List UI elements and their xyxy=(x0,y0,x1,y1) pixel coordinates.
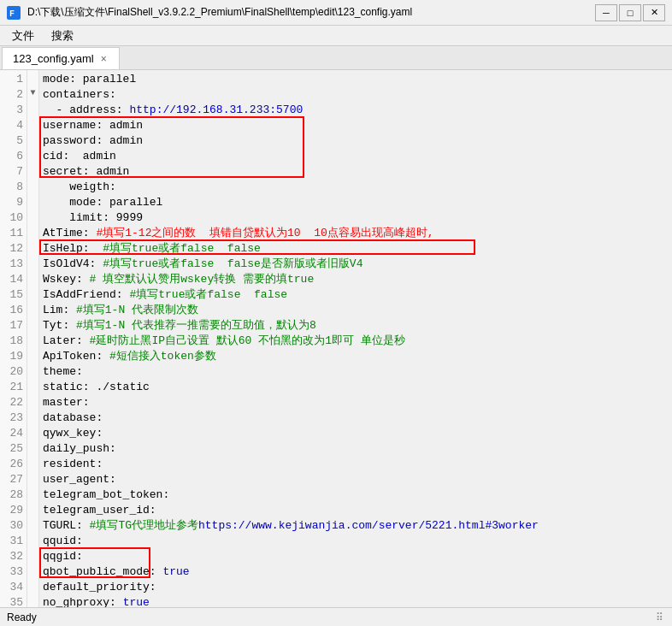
code-line: theme: xyxy=(43,364,669,380)
code-line: qbot_public_mode: true xyxy=(43,564,669,580)
tab-file[interactable]: 123_config.yaml × xyxy=(2,47,120,69)
code-line: IsOldV4: #填写true或者false false是否新版或者旧版V4 xyxy=(43,257,669,272)
code-line: ApiToken: #短信接入token参数 xyxy=(43,349,669,364)
code-line: IsHelp: #填写true或者false false xyxy=(43,241,669,257)
close-button[interactable]: ✕ xyxy=(643,4,665,21)
code-line: Wskey: # 填空默认认赞用wskey转换 需要的填true xyxy=(43,272,669,287)
code-line: telegram_bot_token: xyxy=(43,487,669,503)
code-line: weigth: xyxy=(43,180,669,195)
app-icon: F xyxy=(7,6,21,20)
code-line: TGURL: #填写TG代理地址参考https://www.kejiwanjia… xyxy=(43,518,669,534)
title-bar-left: F D:\下载\压缩文件\FinalShell_v3.9.2.2_Premium… xyxy=(7,5,412,20)
code-line: Lim: #填写1-N 代表限制次数 xyxy=(43,303,669,318)
code-line: Later: #延时防止黑IP自己设置 默认60 不怕黑的改为1即可 单位是秒 xyxy=(43,334,669,349)
code-line: cid: admin xyxy=(43,149,669,164)
status-text: Ready xyxy=(7,611,37,623)
code-line: qywx_key: xyxy=(43,426,669,441)
code-line: database: xyxy=(43,410,669,426)
code-line: - address: http://192.168.31.233:5700 xyxy=(43,103,669,118)
code-line: containers: xyxy=(43,87,669,103)
svg-text:F: F xyxy=(9,9,15,19)
title-text: D:\下载\压缩文件\FinalShell_v3.9.2.2_Premium\F… xyxy=(27,5,412,20)
code-line: username: admin xyxy=(43,118,669,133)
code-line: mode: parallel xyxy=(43,195,669,210)
status-bar: Ready ⠿ xyxy=(0,607,672,626)
code-line: qquid: xyxy=(43,534,669,549)
code-line: password: admin xyxy=(43,133,669,149)
code-line: no_ghproxy: true xyxy=(43,595,669,607)
code-content[interactable]: mode: parallelcontainers: - address: htt… xyxy=(39,70,672,607)
menu-item-file[interactable]: 文件 xyxy=(3,27,43,45)
minimize-button[interactable]: ─ xyxy=(595,4,617,21)
editor-wrapper: 1234567891011121314151617181920212223242… xyxy=(0,70,672,607)
code-line: qqgid: xyxy=(43,549,669,564)
code-line: IsAddFriend: #填写true或者false false xyxy=(43,287,669,303)
title-controls: ─ □ ✕ xyxy=(595,4,665,21)
fold-column: ▼▼ xyxy=(27,70,39,607)
code-line: daily_push: xyxy=(43,441,669,457)
code-line: Tyt: #填写1-N 代表推荐一推需要的互助值，默认为8 xyxy=(43,318,669,334)
code-line: secret: admin xyxy=(43,164,669,180)
code-line: telegram_user_id: xyxy=(43,503,669,518)
resize-grip: ⠿ xyxy=(653,611,665,623)
code-line: default_priority: xyxy=(43,580,669,595)
code-line: limit: 9999 xyxy=(43,210,669,226)
menu-item-search[interactable]: 搜索 xyxy=(43,27,82,45)
maximize-button[interactable]: □ xyxy=(619,4,641,21)
code-line: resident: xyxy=(43,457,669,472)
line-numbers: 1234567891011121314151617181920212223242… xyxy=(0,70,27,607)
code-line: AtTime: #填写1-12之间的数 填错自贷默认为10 10点容易出现高峰超… xyxy=(43,226,669,241)
tab-label: 123_config.yaml xyxy=(13,52,94,65)
code-line: user_agent: xyxy=(43,472,669,487)
tab-close-button[interactable]: × xyxy=(99,52,109,66)
code-line: mode: parallel xyxy=(43,72,669,87)
status-right: ⠿ xyxy=(653,611,665,623)
menu-bar: 文件 搜索 xyxy=(0,26,672,46)
code-line: master: xyxy=(43,395,669,410)
title-bar: F D:\下载\压缩文件\FinalShell_v3.9.2.2_Premium… xyxy=(0,0,672,26)
code-line: static: ./static xyxy=(43,380,669,395)
tab-bar: 123_config.yaml × xyxy=(0,46,672,70)
